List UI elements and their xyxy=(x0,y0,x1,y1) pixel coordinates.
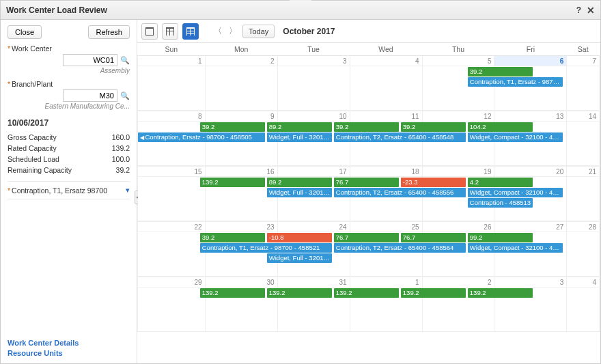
calendar-cell[interactable]: 15 xyxy=(138,167,206,221)
resource-units-link[interactable]: Resource Units xyxy=(8,349,130,357)
calendar-cell[interactable]: 2 xyxy=(422,277,494,332)
chevron-down-icon[interactable]: ▾ xyxy=(126,186,130,195)
work-center-input[interactable] xyxy=(63,54,117,66)
rated-capacity-value: 139.2 xyxy=(112,144,130,152)
work-order-bar[interactable]: Widget, Full - 3201 - 458636 xyxy=(267,188,332,197)
day-number: 3 xyxy=(494,277,566,288)
work-order-bar[interactable]: Contraption, T1, Ersatz - 98700 - 4585 xyxy=(468,77,563,87)
work-center-details-link[interactable]: Work Center Details xyxy=(8,339,130,347)
view-week-button[interactable] xyxy=(162,23,178,40)
selected-work-order[interactable]: *Contraption, T1, Ersatz 98700 ▾ xyxy=(8,181,130,199)
search-icon[interactable]: 🔍 xyxy=(120,56,130,65)
month-label: October 2017 xyxy=(283,27,335,36)
calendar-cell[interactable]: 29 xyxy=(138,277,206,332)
day-number: 22 xyxy=(138,222,205,232)
refresh-button[interactable]: Refresh xyxy=(88,25,130,39)
calendar-cell[interactable]: 4 xyxy=(567,277,600,332)
capacity-bar[interactable]: 139.2 xyxy=(267,288,332,298)
capacity-bar[interactable]: 39.2 xyxy=(200,122,265,132)
close-button[interactable]: Close xyxy=(8,25,42,39)
calendar-cell[interactable]: 3 xyxy=(494,277,567,332)
branch-plant-desc: Eastern Manufacturing Ce... xyxy=(8,102,130,110)
capacity-bar[interactable]: -10.8 xyxy=(267,233,332,242)
capacity-bar[interactable]: 76.7 xyxy=(334,233,399,242)
capacity-bar[interactable]: 39.2 xyxy=(200,233,265,242)
capacity-bar[interactable]: 139.2 xyxy=(468,288,533,298)
view-month-button[interactable] xyxy=(182,23,199,40)
titlebar: Work Center Load Review ? ✕ xyxy=(1,1,600,20)
search-icon[interactable]: 🔍 xyxy=(120,92,130,100)
calendar-cell[interactable]: 28 xyxy=(567,222,600,277)
capacity-bar[interactable]: 104.2 xyxy=(468,122,533,132)
branch-plant-input[interactable] xyxy=(63,89,117,102)
capacity-bar[interactable]: 4.2 xyxy=(468,178,533,187)
today-button[interactable]: Today xyxy=(242,25,275,38)
calendar-cell[interactable]: 14 xyxy=(567,111,600,166)
work-order-bar[interactable]: Widget, Compact - 32100 - 458601 xyxy=(468,243,563,253)
day-number: 6 xyxy=(494,56,566,66)
day-number: 23 xyxy=(206,222,277,232)
work-order-bar[interactable]: Contraption, T2, Ersatz - 65400 - 458548 xyxy=(334,132,466,142)
view-day-button[interactable] xyxy=(141,23,158,40)
calendar-cell[interactable]: 3 xyxy=(277,56,350,111)
work-order-bar[interactable]: Contraption - 458513 xyxy=(468,198,533,208)
calendar-cell[interactable]: 21 xyxy=(567,167,600,221)
calendar-cell[interactable]: 7 xyxy=(567,56,600,111)
calendar-cell[interactable]: 30 xyxy=(205,277,277,332)
day-number: 11 xyxy=(350,111,422,122)
capacity-bar[interactable]: 76.7 xyxy=(334,178,399,187)
work-order-bar[interactable]: Widget, Compact - 32100 - 458581 xyxy=(468,132,563,142)
calendar-cell[interactable]: 1 xyxy=(138,56,206,111)
day-number: 19 xyxy=(423,167,494,177)
gross-capacity-label: Gross Capacity xyxy=(8,133,57,141)
work-order-bar[interactable]: Contraption, T2, Ersatz - 65400 - 458564 xyxy=(334,243,466,253)
rated-capacity-label: Rated Capacity xyxy=(8,144,57,152)
calendar-day-icon xyxy=(145,27,154,36)
calendar-cell[interactable]: 22 xyxy=(138,222,206,277)
capacity-bar[interactable]: 139.2 xyxy=(334,288,399,298)
work-order-bar[interactable]: Widget, Compact - 32100 - 458599 xyxy=(468,188,563,197)
window-title: Work Center Load Review xyxy=(6,5,107,15)
capacity-bar[interactable]: 39.2 xyxy=(334,122,399,132)
day-number: 15 xyxy=(138,167,205,177)
prev-month-button[interactable]: 〈 xyxy=(212,24,223,39)
selected-date: 10/06/2017 xyxy=(8,118,130,128)
close-icon[interactable]: ✕ xyxy=(587,5,595,16)
sidebar: Close Refresh *Work Center 🔍 Assembly *B… xyxy=(1,20,137,363)
capacity-bar[interactable]: 139.2 xyxy=(200,178,265,187)
day-number: 4 xyxy=(567,277,599,288)
help-icon[interactable]: ? xyxy=(576,5,581,15)
day-number: 25 xyxy=(350,222,422,232)
calendar-week-icon xyxy=(166,27,174,36)
metrics: Gross Capacity160.0 Rated Capacity139.2 … xyxy=(8,132,130,176)
day-number: 21 xyxy=(567,167,599,177)
work-order-bar[interactable]: Contraption, T2, Ersatz - 65400 - 458556 xyxy=(334,188,466,197)
calendar-cell[interactable]: 31 xyxy=(277,277,350,332)
calendar-cell[interactable]: 1 xyxy=(350,277,422,332)
day-number: 16 xyxy=(206,167,277,177)
capacity-bar[interactable]: 139.2 xyxy=(401,288,466,298)
day-number: 28 xyxy=(567,222,599,232)
calendar: SunMonTueWedThuFriSat 123456739.2Contrap… xyxy=(137,43,600,363)
day-number: 1 xyxy=(350,277,422,288)
capacity-bar[interactable]: 39.2 xyxy=(468,67,533,76)
capacity-bar[interactable]: 39.2 xyxy=(401,122,466,132)
work-order-bar[interactable]: Contraption, T1, Ersatz - 98700 - 458521 xyxy=(200,243,332,253)
day-number: 1 xyxy=(138,56,205,66)
capacity-bar[interactable]: 139.2 xyxy=(200,288,265,298)
day-number: 3 xyxy=(278,56,350,66)
gross-capacity-value: 160.0 xyxy=(112,133,130,141)
next-month-button[interactable]: 〉 xyxy=(227,24,238,39)
capacity-bar[interactable]: 89.2 xyxy=(267,178,332,187)
capacity-bar[interactable]: 89.2 xyxy=(267,122,332,132)
calendar-cell[interactable]: 4 xyxy=(350,56,422,111)
capacity-bar[interactable]: 99.2 xyxy=(468,233,533,242)
work-order-bar[interactable]: Widget, Full - 3201 - 458644 xyxy=(267,253,332,263)
calendar-cell[interactable]: 2 xyxy=(205,56,277,111)
capacity-bar[interactable]: 76.7 xyxy=(401,233,466,242)
work-order-bar[interactable]: Widget, Full - 3201 - 458628 xyxy=(267,132,332,142)
day-header: Sun xyxy=(138,43,206,56)
capacity-bar[interactable]: -23.3 xyxy=(401,178,466,187)
work-order-bar[interactable]: Contraption, Ersatz - 98700 - 458505 xyxy=(138,132,266,142)
day-number: 26 xyxy=(423,222,494,232)
